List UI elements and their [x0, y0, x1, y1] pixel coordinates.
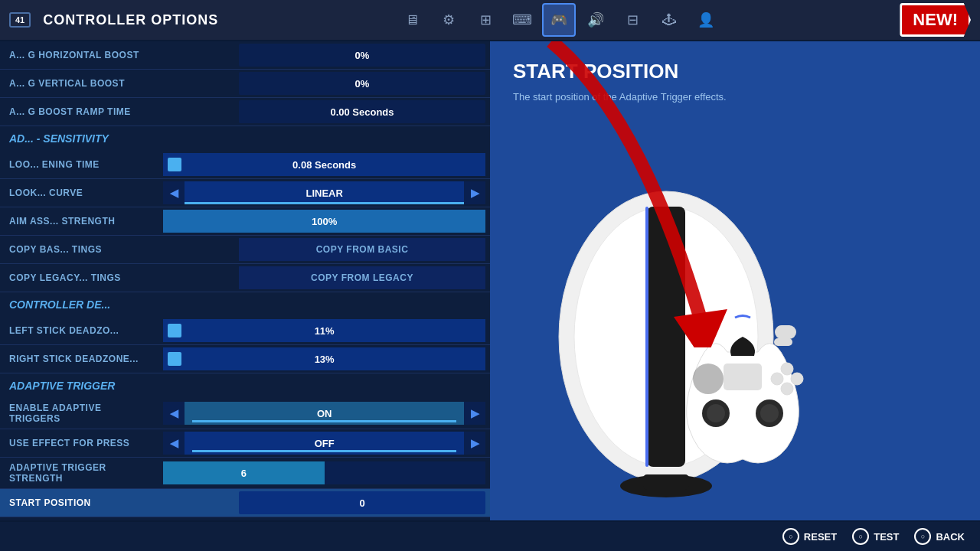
- aim-assist-strength-label: AIM ASS... STRENGTH: [0, 211, 163, 231]
- settings-icon[interactable]: ⚙: [432, 3, 466, 37]
- look-curve-right-arrow[interactable]: ▶: [464, 181, 485, 204]
- aim-assist-center: 100%: [163, 210, 485, 233]
- level-badge: 41: [9, 12, 31, 28]
- adaptive-trigger-center: ON: [185, 402, 464, 425]
- test-circle: ○: [852, 528, 869, 545]
- boost-ramp-time-row: A... G BOOST RAMP TIME 0.00 Seconds: [0, 98, 490, 126]
- adaptive-strength-value-container: 6: [163, 461, 485, 484]
- sensitivity-section: AD... - SENSITIVITY: [0, 126, 490, 151]
- start-position-text: 0: [359, 497, 364, 509]
- gamepad-icon[interactable]: 🕹: [652, 3, 686, 37]
- hud-icon[interactable]: ⊞: [469, 3, 502, 37]
- display-icon[interactable]: 🖥: [395, 3, 429, 37]
- adaptive-strength-text: 6: [241, 468, 247, 479]
- right-deadzone-text: 13%: [315, 354, 335, 365]
- use-effect-center: OFF: [185, 432, 464, 455]
- adaptive-strength-center: 6: [163, 461, 324, 484]
- reset-circle: ○: [782, 528, 799, 545]
- deadzone-section-title: CONTROLLER DE...: [9, 298, 110, 311]
- slider-thumb: [168, 158, 181, 171]
- deadzone-section: CONTROLLER DE...: [0, 292, 490, 317]
- copy-legacy-label: COPY LEGACY... TINGS: [0, 268, 239, 288]
- svg-rect-6: [724, 364, 762, 390]
- left-deadzone-center: 11%: [163, 319, 485, 342]
- svg-rect-5: [643, 474, 689, 490]
- vertical-boost-value: 0%: [239, 72, 485, 95]
- left-deadzone-value-container: 11%: [163, 319, 485, 342]
- new-badge: NEW!: [900, 3, 971, 37]
- boost-ramp-time-label: A... G BOOST RAMP TIME: [0, 102, 239, 122]
- copy-from-basic-button[interactable]: COPY FROM BASIC: [239, 238, 485, 261]
- use-effect-value-container: ◀ OFF ▶: [163, 432, 485, 455]
- look-curve-left-arrow[interactable]: ◀: [163, 181, 185, 204]
- svg-point-7: [771, 373, 783, 385]
- left-settings-panel: A... G HORIZONTAL BOOST 0% A... G VERTIC…: [0, 41, 490, 520]
- boost-ramp-time-value: 0.00 Seconds: [239, 100, 485, 123]
- adaptive-strength-label: ADAPTIVE TRIGGER STRENGTH: [0, 458, 163, 488]
- audio-icon[interactable]: 🔊: [579, 3, 612, 37]
- reset-action[interactable]: ○ RESET: [782, 528, 837, 545]
- enable-adaptive-triggers-row: ENABLE ADAPTIVE TRIGGERS ◀ ON ▶: [0, 398, 490, 429]
- left-deadzone-text: 11%: [315, 325, 335, 337]
- strength-remaining: [325, 461, 485, 484]
- top-bar-left: 41 CONTROLLER OPTIONS: [9, 12, 218, 28]
- aim-assist-text: 100%: [312, 216, 337, 227]
- right-panel-description: The start position of the Adaptive Trigg…: [513, 90, 743, 105]
- enable-adaptive-value-container: ◀ ON ▶: [163, 402, 485, 425]
- adaptive-trigger-left-arrow[interactable]: ◀: [163, 402, 185, 425]
- network-icon[interactable]: ⊟: [616, 3, 649, 37]
- test-action[interactable]: ○ TEST: [852, 528, 899, 545]
- boost-ramp-time-text: 0.00 Seconds: [330, 106, 394, 118]
- profile-icon[interactable]: 👤: [689, 3, 723, 37]
- main-content: A... G HORIZONTAL BOOST 0% A... G VERTIC…: [0, 41, 980, 520]
- use-effect-text: OFF: [315, 438, 335, 449]
- copy-basic-label: COPY BAS... TINGS: [0, 240, 239, 259]
- enable-adaptive-triggers-label: ENABLE ADAPTIVE TRIGGERS: [0, 398, 163, 429]
- left-stick-deadzone-label: LEFT STICK DEADZO...: [0, 321, 163, 341]
- copy-legacy-row: COPY LEGACY... TINGS COPY FROM LEGACY: [0, 264, 490, 292]
- controller-icon[interactable]: 🎮: [542, 3, 576, 37]
- start-position-value: 0: [239, 491, 485, 514]
- right-deadzone-center: 13%: [163, 347, 485, 370]
- right-deadzone-value-container: 13%: [163, 347, 485, 370]
- back-action[interactable]: ○ BACK: [914, 528, 965, 545]
- horizontal-boost-label: A... G HORIZONTAL BOOST: [0, 45, 239, 65]
- use-effect-right-arrow[interactable]: ▶: [464, 432, 485, 455]
- svg-point-13: [707, 404, 725, 422]
- svg-point-11: [693, 364, 724, 394]
- right-stick-deadzone-label: RIGHT STICK DEADZONE...: [0, 349, 163, 369]
- curve-underline: [185, 202, 464, 204]
- aim-assist-value-container: 100%: [163, 210, 485, 233]
- nav-icons: 🖥 ⚙ ⊞ ⌨ 🎮 🔊 ⊟ 🕹 👤: [395, 3, 723, 37]
- panel-title: CONTROLLER OPTIONS: [43, 12, 218, 28]
- svg-rect-16: [689, 325, 710, 339]
- aim-assist-strength-row: AIM ASS... STRENGTH 100%: [0, 207, 490, 236]
- svg-point-8: [781, 363, 793, 375]
- adaptive-trigger-on-text: ON: [317, 408, 332, 419]
- start-position-row[interactable]: START POSITION 0: [0, 489, 490, 517]
- look-opening-time-center: 0.08 Seconds: [163, 153, 485, 176]
- right-deadzone-thumb: [168, 352, 181, 366]
- copy-basic-row: COPY BAS... TINGS COPY FROM BASIC: [0, 236, 490, 264]
- horizontal-boost-text: 0%: [355, 50, 370, 61]
- adaptive-trigger-right-arrow[interactable]: ▶: [464, 402, 485, 425]
- use-effect-press-label: USE EFFECT FOR PRESS: [0, 433, 163, 453]
- on-underline: [192, 420, 456, 422]
- off-underline: [192, 450, 456, 452]
- copy-from-legacy-button[interactable]: COPY FROM LEGACY: [239, 266, 485, 289]
- look-curve-row: LOOK... CURVE ◀ LINEAR ▶: [0, 179, 490, 207]
- right-stick-deadzone-row: RIGHT STICK DEADZONE... 13%: [0, 345, 490, 373]
- ps5-illustration-container: [513, 145, 957, 513]
- right-info-panel: START POSITION The start position of the…: [490, 41, 980, 520]
- settings-list: A... G HORIZONTAL BOOST 0% A... G VERTIC…: [0, 41, 490, 520]
- right-panel-title: START POSITION: [513, 60, 957, 83]
- sensitivity-section-title: AD... - SENSITIVITY: [9, 132, 109, 145]
- look-curve-center: LINEAR: [185, 181, 464, 204]
- left-deadzone-thumb: [168, 324, 181, 337]
- keyboard-icon[interactable]: ⌨: [505, 3, 539, 37]
- ps5-console-svg: [513, 168, 957, 513]
- svg-point-15: [760, 404, 779, 422]
- vertical-boost-label: A... G VERTICAL BOOST: [0, 73, 239, 93]
- look-curve-value-container: ◀ LINEAR ▶: [163, 181, 485, 204]
- use-effect-left-arrow[interactable]: ◀: [163, 432, 185, 455]
